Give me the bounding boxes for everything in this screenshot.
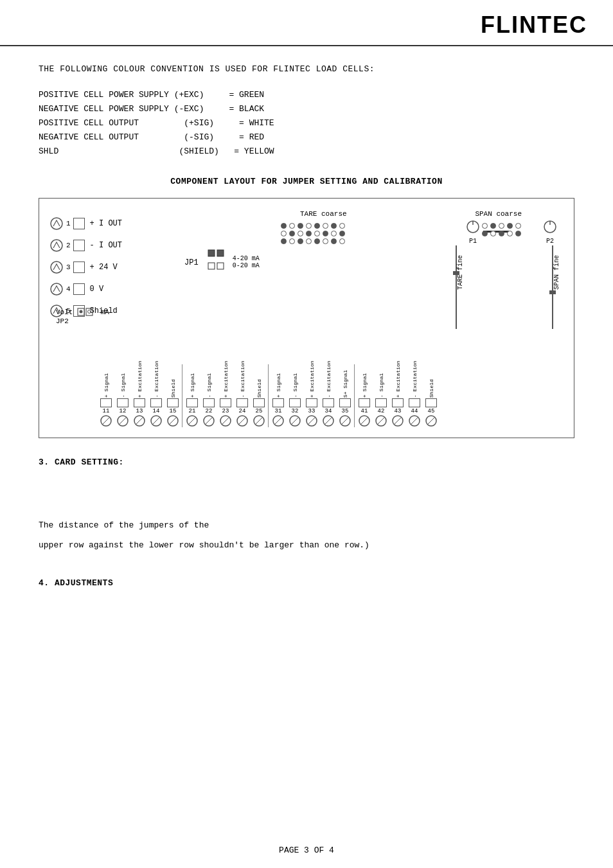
svg-rect-15: [208, 263, 215, 269]
term-col-12: - Signal 12: [114, 364, 131, 427]
component-layout-diagram: TARE coarse SPAN coarse: [39, 198, 574, 438]
diagram-title: COMPONENT LAYOUT FOR JUMPER SETTING AND …: [39, 177, 574, 186]
term-col-45: Shield 45: [423, 364, 440, 427]
term-col-22: - Signal 22: [200, 364, 217, 427]
svg-line-46: [308, 417, 315, 425]
svg-line-34: [205, 417, 213, 425]
svg-point-19: [80, 310, 83, 314]
svg-rect-18: [86, 308, 93, 315]
color-convention-table: POSITIVE CELL POWER SUPPLY (+EXC) = GREE…: [39, 88, 574, 159]
term-col-33: + Excitation 33: [303, 364, 320, 427]
terminal-blocks: + Signal 11 - Signal 12: [98, 364, 544, 427]
term-col-21: + Signal 21: [184, 364, 200, 427]
svg-rect-5: [453, 271, 459, 275]
svg-line-48: [324, 417, 332, 425]
svg-line-28: [152, 417, 160, 425]
term-col-44: - Excitation 44: [406, 364, 423, 427]
jp1-option-2: 0-20 mA: [233, 262, 260, 269]
section3-text2: upper row against the lower row shouldn'…: [39, 538, 574, 553]
svg-line-30: [169, 417, 177, 425]
jp2-area: Volt mA JP2: [56, 308, 109, 325]
svg-rect-13: [208, 250, 215, 256]
terminal-group-2: + Signal 21 - Signal 22 + Excita: [184, 364, 269, 427]
page-header: FLINTEC: [0, 0, 613, 46]
color-row-4: NEGATIVE CELL OUTPUT (-SIG) = RED: [39, 130, 574, 145]
svg-point-8: [51, 218, 62, 229]
page-content: THE FOLLOWING COLOUR CONVENTION IS USED …: [0, 46, 613, 614]
term-col-32: - Signal 32: [287, 364, 303, 427]
svg-line-40: [255, 417, 263, 425]
span-coarse-label: SPAN coarse: [475, 210, 522, 218]
term-col-34: - Excitation 34: [320, 364, 337, 427]
term-col-24: - Excitation 24: [234, 364, 251, 427]
section3-text-block: The distance of the jumpers of the upper…: [39, 518, 574, 552]
section-4: 4. ADJUSTMENTS: [39, 578, 574, 588]
term-col-41: + Signal 41: [356, 364, 373, 427]
connector-1: 1 + I OUT: [49, 217, 165, 231]
jp2-label: JP2: [56, 317, 109, 325]
connector-3: 3 + 24 V: [49, 260, 165, 274]
p2-label: P2: [543, 238, 557, 245]
conn-square-4: [73, 283, 85, 295]
section4-title: 4. ADJUSTMENTS: [39, 578, 574, 588]
p1-label: P1: [466, 238, 480, 245]
term-col-23: + Excitation 23: [217, 364, 234, 427]
term-col-15: Shield 15: [164, 364, 181, 427]
svg-line-60: [427, 417, 435, 425]
jp2-ma-label: mA: [101, 308, 109, 316]
svg-point-10: [51, 261, 62, 273]
span-fine-pot: [548, 245, 557, 332]
svg-rect-16: [217, 263, 224, 269]
tare-fine-pot: [452, 245, 461, 332]
p1-pot-symbol: P1: [466, 220, 480, 245]
svg-point-20: [88, 310, 91, 314]
page-number: PAGE 3 OF 4: [279, 846, 334, 855]
terminal-group-4: + Signal 41 - Signal 42 + Excita: [356, 364, 440, 427]
page-footer: PAGE 3 OF 4: [0, 846, 613, 855]
term-col-25: Shield 25: [251, 364, 267, 427]
svg-line-36: [222, 417, 229, 425]
color-row-5: SHLD (SHIELD) = YELLOW: [39, 145, 574, 159]
svg-point-11: [51, 283, 62, 295]
diagram-inner: TARE coarse SPAN coarse: [49, 210, 564, 429]
svg-line-22: [102, 417, 110, 425]
p2-pot-symbol: P2: [543, 220, 557, 245]
color-row-2: NEGATIVE CELL POWER SUPPLY (-EXC) = BLAC…: [39, 102, 574, 116]
svg-point-9: [51, 240, 62, 251]
section3-title: 3. CARD SETTING:: [39, 457, 574, 467]
term-col-13: + Excitation 13: [131, 364, 148, 427]
jp1-option-1: 4-20 mA: [233, 255, 260, 262]
svg-line-56: [394, 417, 402, 425]
svg-line-26: [136, 417, 143, 425]
term-col-14: - Excitation 14: [148, 364, 164, 427]
term-col-43: + Excitation 43: [389, 364, 406, 427]
span-coarse-dots: [482, 223, 522, 236]
conn-square-3: [73, 261, 85, 273]
terminal-group-3: + Signal 31 - Signal 32 + Excita: [270, 364, 355, 427]
svg-line-38: [238, 417, 246, 425]
term-col-31: + Signal 31: [270, 364, 287, 427]
svg-rect-7: [549, 290, 556, 294]
conn-square-1: [73, 218, 85, 229]
tare-coarse-label: TARE coarse: [300, 210, 347, 218]
terminal-group-1: + Signal 11 - Signal 12: [98, 364, 182, 427]
connector-4: 4 0 V: [49, 282, 165, 296]
jp1-label: JP1: [184, 258, 199, 267]
section3-text1: The distance of the jumpers of the: [39, 518, 574, 533]
connector-2: 2 - I OUT: [49, 238, 165, 252]
tare-coarse-dots: [281, 223, 346, 244]
jp1-area: JP1 4-20 mA 0-20 mA: [184, 249, 260, 275]
color-row-1: POSITIVE CELL POWER SUPPLY (+EXC) = GREE…: [39, 88, 574, 102]
term-col-42: - Signal 42: [373, 364, 389, 427]
term-col-35: S+ Signal 35: [337, 364, 353, 427]
svg-rect-14: [217, 250, 224, 256]
svg-line-42: [274, 417, 282, 425]
svg-line-58: [411, 417, 418, 425]
svg-line-32: [188, 417, 196, 425]
color-row-3: POSITIVE CELL OUTPUT (+SIG) = WHITE: [39, 116, 574, 130]
conn-square-2: [73, 240, 85, 251]
term-col-11: + Signal 11: [98, 364, 114, 427]
jp2-volt-label: Volt: [56, 308, 77, 316]
svg-line-54: [377, 417, 385, 425]
svg-line-24: [119, 417, 127, 425]
